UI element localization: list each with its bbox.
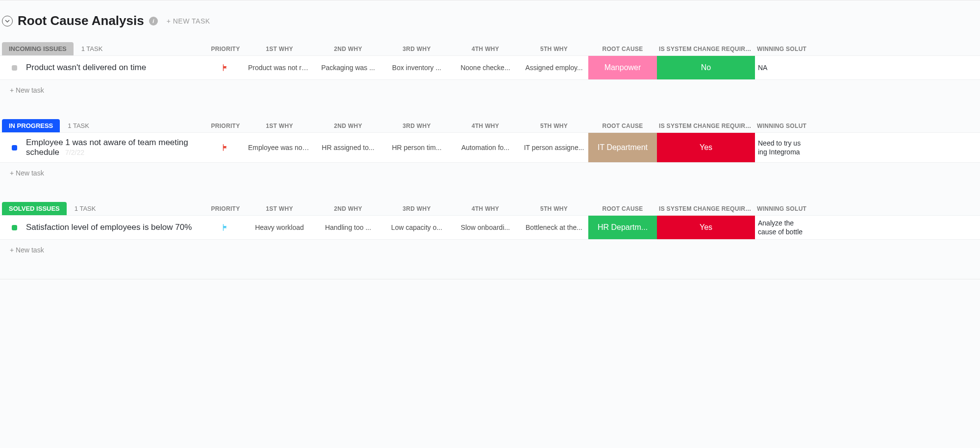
cell-5th-why[interactable]: Bottleneck at the... — [520, 216, 588, 239]
col-4th-why[interactable]: 4TH WHY — [451, 202, 520, 215]
task-title: Satisfaction level of employees is below… — [26, 223, 192, 232]
status-square-icon[interactable] — [12, 225, 17, 230]
ghost-date: 7/2/22 — [65, 149, 84, 156]
group-header: SOLVED ISSUES 1 TASK PRIORITY 1ST WHY 2N… — [0, 202, 980, 215]
column-headers: PRIORITY 1ST WHY 2ND WHY 3RD WHY 4TH WHY… — [206, 202, 980, 215]
cell-2nd-why[interactable]: HR assigned to... — [314, 133, 382, 162]
col-5th-why[interactable]: 5TH WHY — [520, 43, 588, 55]
status-pill[interactable]: INCOMING ISSUES — [2, 42, 74, 55]
col-priority[interactable]: PRIORITY — [206, 202, 245, 215]
status-square-icon[interactable] — [12, 65, 17, 71]
add-task-button[interactable]: + New task — [10, 86, 44, 94]
cell-winning[interactable]: Analyze the cause of bottle — [755, 216, 814, 239]
cell-root-cause[interactable]: Manpower — [588, 56, 657, 79]
add-task-row: + New task — [0, 240, 980, 260]
task-title-cell[interactable]: Employee 1 was not aware of team meeting… — [0, 133, 206, 162]
cell-3rd-why[interactable]: Box inventory ... — [382, 56, 451, 79]
column-headers: PRIORITY 1ST WHY 2ND WHY 3RD WHY 4TH WHY… — [206, 120, 980, 132]
col-priority[interactable]: PRIORITY — [206, 43, 245, 55]
task-count: 1 TASK — [68, 122, 89, 129]
cell-sys-change[interactable]: Yes — [657, 216, 755, 239]
col-3rd-why[interactable]: 3RD WHY — [382, 43, 451, 55]
task-title-cell[interactable]: Satisfaction level of employees is below… — [0, 216, 206, 239]
cell-5th-why[interactable]: Assigned employ... — [520, 56, 588, 79]
group-header: INCOMING ISSUES 1 TASK PRIORITY 1ST WHY … — [0, 42, 980, 55]
col-sys-change[interactable]: IS SYSTEM CHANGE REQUIRED? — [657, 43, 755, 55]
priority-flag-icon[interactable] — [206, 133, 245, 162]
add-task-row: + New task — [0, 163, 980, 183]
task-count: 1 TASK — [75, 205, 96, 212]
cell-4th-why[interactable]: Automation fo... — [451, 133, 520, 162]
cell-4th-why[interactable]: Noone checke... — [451, 56, 520, 79]
task-count: 1 TASK — [81, 45, 103, 52]
cell-winning[interactable]: NA — [755, 56, 814, 79]
col-3rd-why[interactable]: 3RD WHY — [382, 202, 451, 215]
cell-root-cause[interactable]: HR Departm... — [588, 216, 657, 239]
col-2nd-why[interactable]: 2ND WHY — [314, 43, 382, 55]
cell-1st-why[interactable]: Heavy workload — [245, 216, 314, 239]
status-pill[interactable]: IN PROGRESS — [2, 119, 60, 132]
info-icon[interactable]: i — [149, 17, 158, 25]
col-root-cause[interactable]: ROOT CAUSE — [588, 202, 657, 215]
task-row[interactable]: Employee 1 was not aware of team meeting… — [0, 132, 980, 163]
col-winning[interactable]: WINNING SOLUT — [755, 202, 814, 215]
task-title-cell[interactable]: Product wasn't delivered on time — [0, 56, 206, 79]
priority-flag-icon[interactable] — [206, 56, 245, 79]
group-block: INCOMING ISSUES 1 TASK PRIORITY 1ST WHY … — [0, 42, 980, 100]
cell-root-cause[interactable]: IT Department — [588, 133, 657, 162]
cell-winning[interactable]: Need to try us ing Integroma — [755, 133, 814, 162]
group-header: IN PROGRESS 1 TASK PRIORITY 1ST WHY 2ND … — [0, 119, 980, 132]
cell-3rd-why[interactable]: Low capacity o... — [382, 216, 451, 239]
col-winning[interactable]: WINNING SOLUT — [755, 43, 814, 55]
col-4th-why[interactable]: 4TH WHY — [451, 120, 520, 132]
cell-3rd-why[interactable]: HR person tim... — [382, 133, 451, 162]
group-block: IN PROGRESS 1 TASK PRIORITY 1ST WHY 2ND … — [0, 119, 980, 183]
status-square-icon[interactable] — [12, 145, 17, 150]
col-5th-why[interactable]: 5TH WHY — [520, 120, 588, 132]
cell-2nd-why[interactable]: Packaging was ... — [314, 56, 382, 79]
cell-sys-change[interactable]: Yes — [657, 133, 755, 162]
col-sys-change[interactable]: IS SYSTEM CHANGE REQUIRED? — [657, 202, 755, 215]
cell-sys-change[interactable]: No — [657, 56, 755, 79]
cell-5th-why[interactable]: IT person assigne... — [520, 133, 588, 162]
bottom-divider — [0, 279, 980, 279]
group-block: SOLVED ISSUES 1 TASK PRIORITY 1ST WHY 2N… — [0, 202, 980, 260]
task-row[interactable]: Product wasn't delivered on time Product… — [0, 55, 980, 80]
col-1st-why[interactable]: 1ST WHY — [245, 43, 314, 55]
task-title: Employee 1 was not aware of team meeting… — [26, 138, 202, 157]
col-1st-why[interactable]: 1ST WHY — [245, 120, 314, 132]
cell-2nd-why[interactable]: Handling too ... — [314, 216, 382, 239]
page-title: Root Cause Analysis — [18, 13, 144, 28]
col-5th-why[interactable]: 5TH WHY — [520, 202, 588, 215]
col-4th-why[interactable]: 4TH WHY — [451, 43, 520, 55]
add-task-button[interactable]: + New task — [10, 246, 44, 254]
cell-1st-why[interactable]: Employee was not b... — [245, 133, 314, 162]
col-root-cause[interactable]: ROOT CAUSE — [588, 43, 657, 55]
add-task-button[interactable]: + New task — [10, 169, 44, 177]
collapse-icon[interactable] — [2, 16, 13, 26]
task-row[interactable]: Satisfaction level of employees is below… — [0, 215, 980, 240]
status-pill[interactable]: SOLVED ISSUES — [2, 202, 67, 215]
col-3rd-why[interactable]: 3RD WHY — [382, 120, 451, 132]
col-priority[interactable]: PRIORITY — [206, 120, 245, 132]
task-title: Product wasn't delivered on time — [26, 63, 146, 73]
col-sys-change[interactable]: IS SYSTEM CHANGE REQUIRED? — [657, 120, 755, 132]
new-task-button[interactable]: + NEW TASK — [167, 17, 210, 25]
column-headers: PRIORITY 1ST WHY 2ND WHY 3RD WHY 4TH WHY… — [206, 43, 980, 55]
add-task-row: + New task — [0, 80, 980, 100]
col-2nd-why[interactable]: 2ND WHY — [314, 202, 382, 215]
col-2nd-why[interactable]: 2ND WHY — [314, 120, 382, 132]
cell-4th-why[interactable]: Slow onboardi... — [451, 216, 520, 239]
col-root-cause[interactable]: ROOT CAUSE — [588, 120, 657, 132]
view-header: Root Cause Analysis i + NEW TASK — [0, 4, 980, 42]
col-1st-why[interactable]: 1ST WHY — [245, 202, 314, 215]
priority-flag-icon[interactable] — [206, 216, 245, 239]
col-winning[interactable]: WINNING SOLUT — [755, 120, 814, 132]
cell-1st-why[interactable]: Product was not rea... — [245, 56, 314, 79]
